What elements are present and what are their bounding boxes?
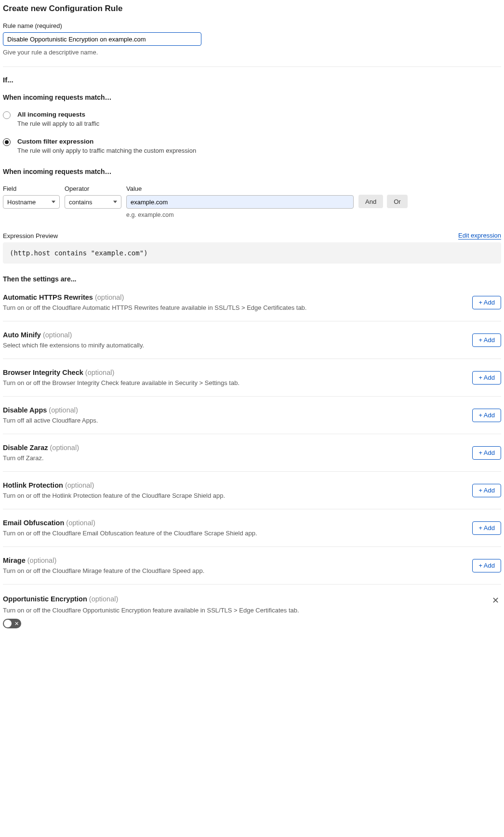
- add-button[interactable]: + Add: [472, 484, 501, 497]
- radio-custom-expression[interactable]: [3, 138, 11, 146]
- add-button[interactable]: + Add: [472, 371, 501, 385]
- setting-row: Auto Minify (optional) Select which file…: [3, 321, 501, 359]
- setting-desc: Select which file extensions to minify a…: [3, 342, 144, 349]
- close-icon[interactable]: ✕: [490, 594, 501, 607]
- setting-opportunistic-encryption: Opportunistic Encryption (optional) ✕ Tu…: [3, 585, 501, 634]
- setting-row: Disable Apps (optional) Turn off all act…: [3, 397, 501, 434]
- optional-label: (optional): [49, 406, 78, 414]
- rule-name-input[interactable]: [3, 32, 201, 46]
- setting-name: Hotlink Protection: [3, 481, 63, 489]
- optional-label: (optional): [43, 331, 72, 339]
- match-heading: When incoming requests match…: [3, 93, 501, 101]
- value-hint: e.g. example.com: [126, 212, 354, 218]
- add-button[interactable]: + Add: [472, 333, 501, 347]
- rule-name-helper: Give your rule a descriptive name.: [3, 49, 501, 56]
- setting-row: Mirage (optional) Turn on or off the Clo…: [3, 547, 501, 585]
- radio-all-requests[interactable]: [3, 111, 11, 119]
- rule-name-label: Rule name (required): [3, 22, 501, 29]
- setting-desc: Turn off all active Cloudflare Apps.: [3, 417, 98, 424]
- setting-name: Browser Integrity Check: [3, 369, 83, 376]
- field-select[interactable]: Hostname: [3, 195, 60, 209]
- setting-desc: Turn on or off the Hotlink Protection fe…: [3, 492, 225, 499]
- then-heading: Then the settings are...: [3, 275, 501, 283]
- setting-row: Browser Integrity Check (optional) Turn …: [3, 359, 501, 397]
- radio-custom-desc: The rule will only apply to traffic matc…: [17, 147, 196, 154]
- add-button[interactable]: + Add: [472, 446, 501, 460]
- expression-preview-code: (http.host contains "example.com"): [3, 242, 501, 264]
- setting-name: Opportunistic Encryption: [3, 595, 87, 603]
- field-col-label: Field: [3, 185, 60, 192]
- chevron-down-icon: [113, 201, 117, 203]
- match-heading-2: When incoming requests match…: [3, 168, 501, 175]
- setting-name: Mirage: [3, 557, 26, 564]
- setting-row: Disable Zaraz (optional) Turn off Zaraz.…: [3, 434, 501, 472]
- operator-select-value: contains: [69, 199, 92, 206]
- add-button[interactable]: + Add: [472, 409, 501, 422]
- radio-all-title: All incoming requests: [17, 111, 99, 118]
- radio-custom-title: Custom filter expression: [17, 138, 196, 145]
- add-button[interactable]: + Add: [472, 559, 501, 572]
- setting-name: Email Obfuscation: [3, 519, 64, 527]
- page-title: Create new Configuration Rule: [3, 4, 501, 13]
- or-button[interactable]: Or: [387, 195, 407, 208]
- value-col-label: Value: [126, 185, 354, 192]
- optional-label: (optional): [66, 519, 95, 527]
- setting-row: Automatic HTTPS Rewrites (optional) Turn…: [3, 293, 501, 321]
- setting-name: Disable Apps: [3, 406, 47, 414]
- setting-name: Disable Zaraz: [3, 444, 48, 452]
- setting-desc: Turn on or off the Cloudflare Email Obfu…: [3, 530, 257, 537]
- operator-col-label: Operator: [65, 185, 121, 192]
- if-heading: If...: [3, 76, 501, 84]
- value-input[interactable]: [126, 195, 354, 209]
- chevron-down-icon: [52, 201, 55, 203]
- optional-label: (optional): [85, 369, 114, 376]
- add-button[interactable]: + Add: [472, 521, 501, 535]
- add-button[interactable]: + Add: [472, 296, 501, 309]
- opportunistic-toggle[interactable]: ✕: [3, 619, 21, 628]
- setting-desc: Turn on or off the Cloudflare Automatic …: [3, 304, 306, 311]
- setting-desc: Turn on or off the Browser Integrity Che…: [3, 379, 239, 386]
- and-button[interactable]: And: [358, 195, 383, 208]
- setting-name: Automatic HTTPS Rewrites: [3, 293, 93, 301]
- setting-desc: Turn off Zaraz.: [3, 454, 79, 462]
- setting-desc: Turn on or off the Cloudflare Mirage fea…: [3, 567, 204, 574]
- x-icon: ✕: [14, 621, 19, 626]
- radio-all-desc: The rule will apply to all traffic: [17, 120, 99, 127]
- divider: [3, 66, 501, 67]
- edit-expression-link[interactable]: Edit expression: [458, 232, 501, 239]
- optional-label: (optional): [50, 444, 79, 452]
- setting-desc: Turn on or off the Cloudflare Opportunis…: [3, 607, 501, 614]
- setting-row: Email Obfuscation (optional) Turn on or …: [3, 509, 501, 547]
- setting-name: Auto Minify: [3, 331, 41, 339]
- optional-label: (optional): [27, 557, 56, 564]
- optional-label: (optional): [95, 293, 124, 301]
- optional-label: (optional): [89, 595, 118, 603]
- operator-select[interactable]: contains: [65, 195, 121, 209]
- optional-label: (optional): [65, 481, 94, 489]
- expression-preview-label: Expression Preview: [3, 232, 58, 239]
- field-select-value: Hostname: [7, 199, 36, 206]
- setting-row: Hotlink Protection (optional) Turn on or…: [3, 472, 501, 509]
